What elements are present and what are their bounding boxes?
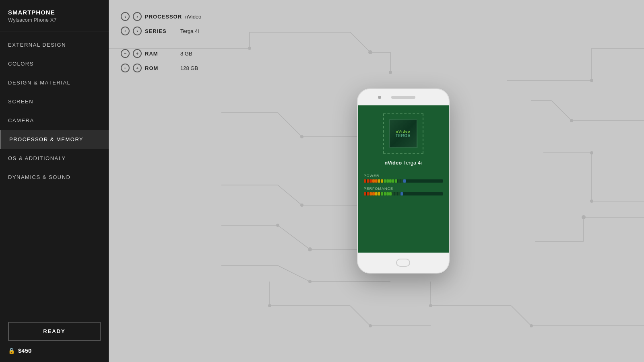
ready-button[interactable]: READY: [8, 322, 101, 341]
chip-container: nVideo TERGA: [383, 113, 423, 154]
power-bar-blue1: [403, 179, 406, 183]
device-name: Wylsacom Phone X7: [8, 17, 101, 23]
sidebar-footer: READY 🔒 $450: [0, 314, 109, 362]
power-bar-seg6: [378, 179, 380, 183]
app-title: SMARTPHONE: [8, 9, 101, 16]
perf-bar-seg10: [389, 192, 392, 195]
svg-point-22: [590, 200, 593, 203]
perf-bar-seg1: [364, 192, 366, 195]
phone-camera: [378, 96, 381, 99]
perf-bar-empty2: [395, 192, 397, 195]
performance-stat: PERFOMANCE: [364, 187, 443, 195]
chip-inner: nVideo TERGA: [389, 119, 417, 148]
svg-point-9: [389, 71, 392, 74]
svg-point-17: [570, 119, 573, 122]
chip-title-series: Terga 4i: [403, 160, 422, 166]
sidebar-item-external-design[interactable]: EXTERNAL DESIGN: [0, 35, 109, 54]
ram-value: 8 GB: [180, 51, 192, 57]
phone-top: [358, 89, 449, 105]
power-bar-seg11: [392, 179, 394, 183]
rom-row: − + ROM 128 GB: [121, 64, 201, 72]
sidebar-item-camera[interactable]: CAMERA: [0, 111, 109, 130]
config-panel: ‹ › PROCESSOR nVideo ‹ › SERIES Terga 4i…: [121, 12, 201, 78]
chip-title: nVideo Terga 4i: [384, 160, 422, 166]
phone-body: nVideo TERGA nVideo Terga 4i POWER: [357, 88, 450, 274]
svg-point-6: [368, 50, 372, 54]
perf-bar-empty3: [398, 192, 400, 195]
sidebar-item-design-material[interactable]: DESIGN & MATERIAL: [0, 73, 109, 92]
svg-point-31: [369, 324, 372, 327]
svg-point-3: [248, 47, 251, 50]
phone-mockup: nVideo TERGA nVideo Terga 4i POWER: [357, 88, 450, 274]
perf-bar-seg9: [386, 192, 389, 195]
perf-bar-seg2: [367, 192, 369, 195]
chip-border: nVideo TERGA: [383, 113, 423, 154]
svg-point-26: [582, 215, 586, 219]
perf-bar-seg5: [375, 192, 378, 195]
rom-increase-button[interactable]: +: [133, 64, 142, 72]
svg-point-51: [276, 224, 279, 227]
main-content: .circuit-line { stroke: #b0b0b0; stroke-…: [109, 0, 644, 362]
ram-row: − + RAM 8 GB: [121, 49, 201, 58]
svg-line-5: [350, 32, 370, 52]
power-bar: [364, 179, 443, 183]
series-label: SERIES: [145, 28, 177, 34]
svg-point-46: [300, 204, 303, 207]
series-prev-button[interactable]: ‹: [121, 27, 130, 35]
phone-speaker: [391, 96, 415, 99]
processor-value: nVideo: [185, 14, 201, 20]
performance-label: PERFOMANCE: [364, 187, 443, 191]
power-bar-seg7: [381, 179, 383, 183]
sidebar-item-dynamics-sound[interactable]: DYNAMICS & SOUND: [0, 168, 109, 187]
rom-decrease-button[interactable]: −: [121, 64, 130, 72]
chip-brand: nVideo: [396, 130, 411, 134]
svg-point-37: [429, 304, 432, 307]
svg-line-53: [278, 265, 310, 282]
svg-point-21: [590, 151, 593, 154]
power-bar-seg2: [367, 179, 369, 183]
perf-bar-seg6: [378, 192, 380, 195]
power-bar-seg1: [364, 179, 366, 183]
rom-label: ROM: [145, 65, 177, 71]
sidebar-item-os-additionaly[interactable]: OS & ADDITIONALY: [0, 149, 109, 168]
ram-increase-button[interactable]: +: [133, 49, 142, 58]
svg-line-44: [278, 185, 302, 205]
lock-icon: 🔒: [8, 348, 15, 354]
power-bar-seg3: [369, 179, 372, 183]
phone-bottom: [358, 253, 449, 273]
chip-series: TERGA: [396, 134, 411, 138]
series-value: Terga 4i: [180, 28, 199, 34]
sidebar-item-colors[interactable]: COLORS: [0, 54, 109, 73]
svg-point-50: [308, 247, 312, 251]
power-stat: POWER: [364, 174, 443, 183]
power-bar-seg9: [386, 179, 389, 183]
power-bar-seg4: [372, 179, 375, 183]
power-bar-seg10: [389, 179, 392, 183]
ram-decrease-button[interactable]: −: [121, 49, 130, 58]
sidebar-item-processor-memory[interactable]: PROCESSOR & MEMORY: [0, 130, 109, 149]
power-bar-seg8: [384, 179, 386, 183]
sidebar-item-screen[interactable]: SCREEN: [0, 92, 109, 111]
svg-line-15: [551, 101, 572, 121]
power-bar-seg12: [395, 179, 397, 183]
power-bar-empty2: [400, 179, 403, 183]
perf-bar-seg4: [372, 192, 375, 195]
series-next-button[interactable]: ›: [133, 27, 142, 35]
power-bar-seg5: [375, 179, 378, 183]
home-button: [396, 259, 410, 267]
chip-title-brand: nVideo: [384, 160, 402, 166]
svg-point-13: [590, 79, 593, 82]
sidebar-header: SMARTPHONE Wylsacom Phone X7: [0, 0, 109, 31]
sidebar: SMARTPHONE Wylsacom Phone X7 EXTERNAL DE…: [0, 0, 109, 362]
svg-line-35: [511, 306, 531, 326]
price-row: 🔒 $450: [8, 347, 101, 354]
ram-label: RAM: [145, 51, 177, 57]
svg-line-40: [278, 113, 302, 137]
rom-value: 128 GB: [180, 65, 198, 71]
processor-next-button[interactable]: ›: [133, 12, 142, 21]
svg-line-29: [350, 306, 370, 326]
perf-bar-seg7: [381, 192, 383, 195]
svg-point-55: [308, 280, 312, 283]
price-value: $450: [18, 347, 31, 354]
processor-prev-button[interactable]: ‹: [121, 12, 130, 21]
